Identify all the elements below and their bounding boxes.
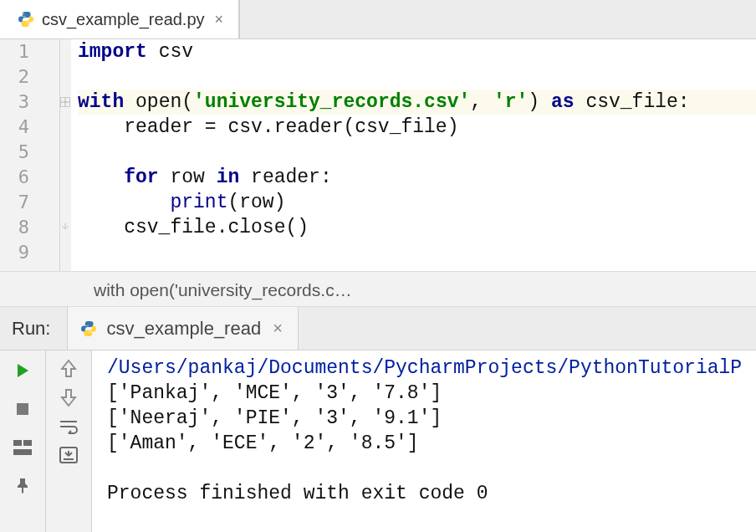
process-status: Process finished with exit code 0 (107, 481, 756, 506)
gutter: 123456789 (0, 39, 71, 271)
run-tool-window: /Users/pankaj/Documents/PycharmProjects/… (0, 350, 756, 532)
code-line[interactable] (78, 140, 756, 165)
svg-rect-3 (17, 403, 28, 415)
svg-point-1 (28, 24, 28, 25)
python-file-icon (79, 320, 98, 338)
run-tab[interactable]: csv_example_read × (67, 307, 298, 350)
code-line[interactable]: with open('university_records.csv', 'r')… (78, 90, 756, 115)
run-tab-label: csv_example_read (106, 318, 261, 340)
rerun-button[interactable] (11, 359, 34, 382)
close-icon[interactable]: × (269, 317, 286, 340)
tab-bar-spacer (239, 0, 756, 38)
code-line[interactable]: import csv (78, 39, 756, 64)
code-editor[interactable]: 123456789 import csvwith open('universit… (0, 39, 756, 271)
code-line[interactable]: print(row) (78, 190, 756, 215)
code-area[interactable]: import csvwith open('university_records.… (71, 39, 756, 271)
arrow-up-icon[interactable] (60, 359, 77, 377)
run-tool-header: Run: csv_example_read × (0, 307, 756, 350)
interpreter-path: /Users/pankaj/Documents/PycharmProjects/… (107, 356, 756, 381)
soft-wrap-icon[interactable] (59, 419, 79, 434)
code-line[interactable]: for row in reader: (78, 165, 756, 190)
scroll-to-end-icon[interactable] (59, 446, 79, 464)
console-actions-toolbar (46, 350, 92, 532)
run-label: Run: (0, 307, 67, 350)
console-output[interactable]: /Users/pankaj/Documents/PycharmProjects/… (92, 350, 756, 532)
code-line[interactable] (78, 240, 756, 265)
close-icon[interactable]: × (212, 9, 227, 30)
editor-tab[interactable]: csv_example_read.py × (0, 0, 239, 38)
code-line[interactable] (78, 64, 756, 90)
arrow-down-icon[interactable] (60, 389, 77, 407)
gutter-separator (59, 39, 71, 271)
stdout-line: ['Pankaj', 'MCE', '3', '7.8'] (107, 381, 756, 406)
stdout-line: ['Aman', 'ECE', '2', '8.5'] (107, 431, 756, 456)
svg-rect-4 (13, 440, 22, 446)
stop-button[interactable] (11, 397, 34, 421)
stdout-line: ['Neeraj', 'PIE', '3', '9.1'] (107, 406, 756, 431)
editor-tab-bar: csv_example_read.py × (0, 0, 756, 39)
pin-button[interactable] (11, 474, 34, 498)
svg-rect-6 (13, 449, 32, 455)
run-actions-toolbar (0, 350, 46, 532)
layout-button[interactable] (11, 436, 34, 459)
svg-point-0 (23, 13, 24, 14)
svg-rect-5 (23, 440, 32, 446)
code-line[interactable]: reader = csv.reader(csv_file) (78, 115, 756, 140)
code-line[interactable]: csv_file.close() (78, 215, 756, 240)
editor-tab-label: csv_example_read.py (42, 10, 205, 29)
breadcrumb[interactable]: with open('university_records.c… (0, 271, 756, 307)
python-file-icon (17, 10, 35, 28)
